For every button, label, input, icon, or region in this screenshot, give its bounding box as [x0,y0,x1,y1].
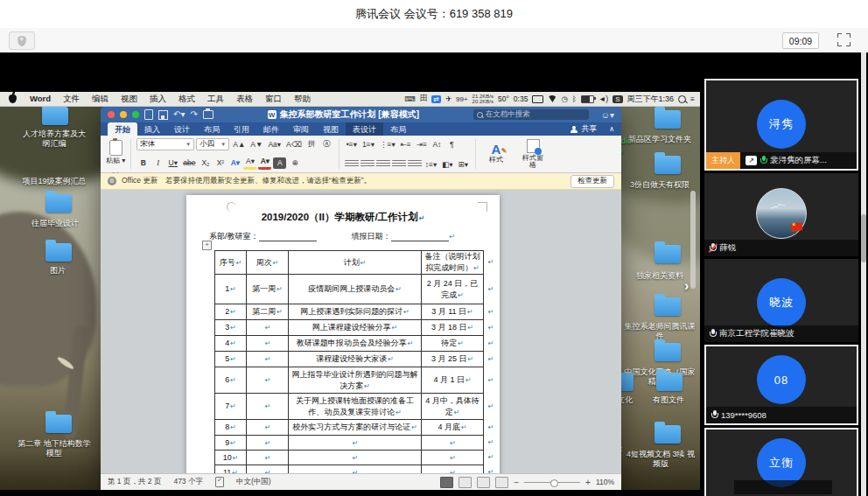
strikethrough-button[interactable]: abe [181,157,197,169]
desktop-icon-label[interactable]: 项目19级案例汇总 [18,177,91,186]
menu-item-8[interactable]: 窗口 [259,94,288,103]
desktop-folder-icon[interactable] [654,245,681,263]
desktop-folder-icon[interactable] [656,373,682,391]
ribbon-tab-邮件[interactable]: 邮件 [256,122,286,136]
font-size-select[interactable]: 小四▼ [196,138,229,150]
ribbon-tab-表设计[interactable]: 表设计 [346,122,383,136]
participant-tile-2[interactable]: 薛锐 [704,173,858,256]
search-input[interactable]: 在文档中搜索 [473,109,589,120]
numbering-button[interactable]: 1≡▾ [360,138,376,150]
menu-item-5[interactable]: 格式 [172,94,201,103]
zoom-slider-knob[interactable] [550,479,558,487]
desktop-folder-icon[interactable] [42,107,68,125]
save-icon[interactable] [158,110,168,120]
desktop-icon-label[interactable]: 第二章 地下结构数学模型 [18,439,91,458]
new-document-icon[interactable] [144,109,153,120]
styles-pane-button[interactable]: 样式窗格 [516,137,550,171]
participant-tile-4[interactable]: 08139****9608 [704,345,858,425]
align-left-button[interactable] [345,160,359,168]
participant-tile-1[interactable]: 浔隽主持人↗裴浔隽的屏幕... [704,79,858,171]
line-spacing-button[interactable]: ↕≡▾ [424,158,438,170]
undo-icon[interactable]: ↶▾ [173,110,185,119]
ribbon-tab-审阅[interactable]: 审阅 [286,122,316,136]
menu-item-4[interactable]: 插入 [144,94,172,103]
notification-badge[interactable]: 99+ [456,95,468,103]
font-name-select[interactable]: 宋体▼ [136,138,194,150]
swap-icon[interactable]: ⇄ [431,95,441,103]
decrease-indent-button[interactable]: ⇤≡ [399,138,413,150]
bluetooth-icon[interactable]: ᛒ [572,94,577,103]
menu-item-3[interactable]: 视图 [115,94,144,103]
participants-scrollbar[interactable] [861,52,866,496]
ribbon-tab-视图[interactable]: 视图 [316,122,346,136]
char-shading-button[interactable]: A [273,157,286,169]
panel-expand-chevron-icon[interactable]: › [684,278,689,294]
page-indicator[interactable]: 第 1 页，共 2 页 [108,477,161,487]
zoom-level[interactable]: 110% [596,478,614,486]
ribbon-tab-布局[interactable]: 布局 [383,122,413,136]
language-indicator[interactable]: 中文(中国) [236,477,271,487]
desktop-icon-label[interactable]: 3份自做天有权限 [621,180,698,190]
s-app-chip[interactable]: S [612,95,622,103]
document-page[interactable]: 2019/2020（II）学期教研/工作计划↵ 系部/教研室： 填报日期：↵ +… [186,195,500,473]
wifi-icon[interactable] [548,95,556,102]
menu-item-6[interactable]: 工具 [201,94,230,103]
net-speed[interactable]: 21.2KB/s20.2KB/s [472,94,494,104]
desktop-icon-label[interactable]: 人才培养方案及大纲汇编 [19,129,89,148]
bullets-button[interactable]: •≡▾ [345,138,359,150]
desktop-folder-icon[interactable] [46,194,72,213]
display-icon[interactable] [532,95,543,103]
security-shield-button[interactable] [9,31,35,50]
check-updates-button[interactable]: 检查更新 [570,175,614,188]
plane-icon[interactable]: ✈ [445,94,452,103]
desktop-folder-icon[interactable] [654,343,681,361]
italic-button[interactable]: I [151,157,164,169]
battery-icon[interactable] [581,95,594,103]
ribbon-tab-布局[interactable]: 布局 [197,122,227,136]
volume-icon[interactable]: ◄) [598,94,608,103]
menu-item-1[interactable]: 文件 [57,94,86,103]
sort-button[interactable]: A↕ [430,138,444,150]
print-layout-button[interactable] [458,477,472,488]
character-border-button[interactable]: Ⓐ [320,139,333,150]
fullscreen-button[interactable] [837,33,850,46]
clock-icon[interactable]: ◷ [561,94,567,103]
word-title-bar[interactable]: ↶▾ ↷ W 集控系部教研室工作计划 [兼容模式] 在文档中搜索 ☺▾ [101,107,621,122]
multilevel-list-button[interactable]: ⋮≡▾ [378,138,397,150]
desktop-folder-icon[interactable] [654,425,681,444]
ribbon-tab-开始[interactable]: 开始 [108,122,137,136]
minimize-window-button[interactable] [120,111,127,118]
distribute-button[interactable] [408,160,422,168]
desktop-folder-icon[interactable] [654,297,681,316]
menu-item-2[interactable]: 编辑 [86,94,115,103]
spotlight-icon[interactable] [678,95,686,103]
grow-font-button[interactable]: A▲ [231,139,247,150]
menu-item-7[interactable]: 表格 [230,94,259,103]
keyboard-icon[interactable]: ⌨ [404,94,415,103]
shrink-font-button[interactable]: A▼ [248,139,264,150]
temperature[interactable]: 50° [498,94,509,103]
ribbon-tab-引用[interactable]: 引用 [227,122,256,136]
apple-logo-icon[interactable] [9,94,17,103]
desktop-folder-icon[interactable] [654,156,681,174]
menubar-clock[interactable]: 周三下午1:36 [627,94,675,105]
table-move-handle[interactable]: + [202,241,212,250]
phonetic-guide-button[interactable]: 拼 [305,139,318,150]
plan-table[interactable]: 序号↵周次↵计划↵备注（说明计划拟完成时间）↵↵1↵第一周↵疫情期间网上授课动员… [214,250,499,473]
highlight-button[interactable]: A▾ [243,156,256,170]
input-grid-icon[interactable]: 田 [420,94,428,104]
collapse-ribbon-icon[interactable]: ∧ [609,125,614,133]
outline-view-button[interactable] [495,477,508,488]
print-icon[interactable] [203,110,214,119]
menu-item-0[interactable]: Word [24,94,57,103]
word-count[interactable]: 473 个字 [173,477,203,487]
desktop-folder-icon[interactable] [46,415,72,433]
superscript-button[interactable]: X² [214,157,227,169]
align-right-button[interactable] [376,160,390,168]
control-center-icon[interactable]: ≡ [690,94,695,103]
zoom-window-button[interactable] [132,111,139,118]
zoom-slider[interactable] [524,482,580,483]
subscript-button[interactable]: X₂ [199,157,212,169]
focus-view-button[interactable] [440,477,453,488]
web-layout-button[interactable] [477,477,490,488]
